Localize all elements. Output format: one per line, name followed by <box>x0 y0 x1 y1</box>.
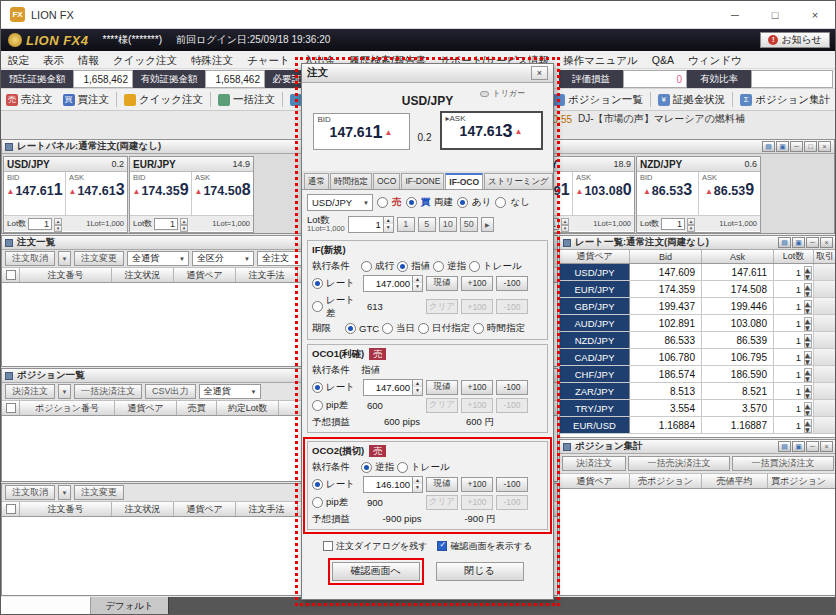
tab-if-done[interactable]: IF-DONE <box>401 173 444 189</box>
trade-cell[interactable] <box>814 332 836 348</box>
minimize-button[interactable]: ─ <box>715 1 755 29</box>
lot-input[interactable]: 1 <box>661 218 685 230</box>
pair-cell[interactable]: EUR/JPY <box>560 281 630 297</box>
maximize-icon[interactable]: □ <box>804 141 817 152</box>
menu-item[interactable]: 情報 <box>71 51 106 69</box>
lot-spinner[interactable]: ▴▾ <box>804 419 812 431</box>
minus-100-button-disabled[interactable]: -100 <box>496 299 528 314</box>
lot-preset-more-button[interactable]: ▶ <box>481 217 494 232</box>
settings-icon[interactable]: ▤ <box>778 441 791 452</box>
pair-cell[interactable]: GBP/JPY <box>560 298 630 314</box>
trade-cell[interactable] <box>814 281 836 297</box>
minus-100-button[interactable]: -100 <box>496 477 528 492</box>
dialog-close-button[interactable]: × <box>531 66 548 80</box>
bid-cell[interactable]: 8.513 <box>630 383 702 399</box>
close-icon[interactable]: × <box>820 237 833 248</box>
radio-trail[interactable] <box>397 462 408 473</box>
settings-icon[interactable]: ▤ <box>762 141 775 152</box>
close-order-dropdown[interactable]: ▼ <box>58 384 71 399</box>
ask-cell[interactable]: 186.590 <box>702 366 774 382</box>
trade-cell[interactable] <box>814 298 836 314</box>
minimize-icon[interactable]: ─ <box>806 441 819 452</box>
clear-button[interactable]: クリア <box>426 495 458 510</box>
menu-item[interactable]: 特殊注文 <box>184 51 240 69</box>
lot-spinner[interactable]: ▴▾ <box>804 283 812 295</box>
lot-spinner[interactable]: ▲▼ <box>383 217 393 232</box>
radio-hedge-no[interactable] <box>495 197 506 208</box>
trade-cell[interactable] <box>814 366 836 382</box>
dialog-close-button-bottom[interactable]: 閉じる <box>436 562 524 581</box>
radio-rate-diff[interactable] <box>312 301 323 312</box>
radio-gtc[interactable] <box>345 323 356 334</box>
close-button[interactable]: × <box>795 1 835 29</box>
if-rate-input[interactable]: 147.000▲▼ <box>363 275 423 292</box>
tab-if-oco[interactable]: IF-OCO <box>445 173 483 189</box>
trade-cell[interactable] <box>814 417 836 433</box>
pair-filter-select[interactable]: 全通貨▼ <box>199 384 261 399</box>
order-modify-button[interactable]: 注文変更 <box>74 485 124 500</box>
minus-100-button[interactable]: -100 <box>496 380 528 395</box>
pair-cell[interactable]: CHF/JPY <box>560 366 630 382</box>
ask-button[interactable]: ASK ▲86.539 <box>698 172 760 215</box>
maximize-button[interactable]: □ <box>755 1 795 29</box>
lot-cell[interactable]: 1▴▾ <box>774 332 814 348</box>
ask-button[interactable]: ASK ▲174.508 <box>191 172 253 215</box>
settings-icon[interactable]: ▤ <box>778 237 791 248</box>
order-cancel-button[interactable]: 注文取消 <box>5 485 55 500</box>
minus-100-button-disabled[interactable]: -100 <box>496 398 528 413</box>
lot-input[interactable]: 1 <box>154 218 178 230</box>
pair-cell[interactable]: CAD/JPY <box>560 349 630 365</box>
radio-limit[interactable] <box>397 261 408 272</box>
dialog-bid-button[interactable]: BID 147.611▲ <box>313 113 410 150</box>
tab-time[interactable]: 時間指定 <box>330 173 372 189</box>
ask-cell[interactable]: 1.16887 <box>702 417 774 433</box>
pair-cell[interactable]: USD/JPY <box>560 264 630 280</box>
pair-cell[interactable]: NZD/JPY <box>560 332 630 348</box>
select-all-checkbox-cell[interactable] <box>2 268 20 282</box>
close-order-button[interactable]: 決済注文 <box>5 384 55 399</box>
current-rate-button[interactable]: 現値 <box>426 477 458 492</box>
bid-cell[interactable]: 174.359 <box>630 281 702 297</box>
lot-cell[interactable]: 1▴▾ <box>774 315 814 331</box>
lot-cell[interactable]: 1▴▾ <box>774 366 814 382</box>
lot-preset-button[interactable]: 5 <box>418 217 436 232</box>
radio-rate[interactable] <box>312 382 323 393</box>
lot-cell[interactable]: 1▴▾ <box>774 349 814 365</box>
popout-icon[interactable]: ▣ <box>792 237 805 248</box>
checkbox-unchecked[interactable] <box>323 541 333 551</box>
csv-export-button[interactable]: CSV出力 <box>145 384 196 399</box>
menu-item[interactable]: クイック注文 <box>106 51 184 69</box>
menu-item[interactable]: 操作マニュアル <box>556 51 645 69</box>
popout-icon[interactable]: ▣ <box>792 441 805 452</box>
ask-button[interactable]: ASK ▲147.613 <box>65 172 127 215</box>
minus-100-button-disabled[interactable]: -100 <box>496 495 528 510</box>
lot-spinner[interactable]: ▴▾ <box>561 218 569 230</box>
radio-pip-diff[interactable] <box>312 497 323 508</box>
bid-cell[interactable]: 86.533 <box>630 332 702 348</box>
workspace-tab-default[interactable]: デフォルト <box>91 597 169 614</box>
pair-cell[interactable]: TRY/JPY <box>560 400 630 416</box>
minus-100-button[interactable]: -100 <box>496 276 528 291</box>
clear-button[interactable]: クリア <box>426 299 458 314</box>
ask-button[interactable]: ASK ▲103.080 <box>572 172 634 215</box>
current-rate-button[interactable]: 現値 <box>426 380 458 395</box>
bid-cell[interactable]: 199.437 <box>630 298 702 314</box>
plus-100-button[interactable]: +100 <box>461 477 493 492</box>
order-modify-button[interactable]: 注文変更 <box>74 251 124 266</box>
trade-cell[interactable] <box>814 349 836 365</box>
show-confirm-checkbox[interactable]: 確認画面を表示する <box>437 540 532 553</box>
ask-cell[interactable]: 8.521 <box>702 383 774 399</box>
ask-cell[interactable]: 103.080 <box>702 315 774 331</box>
checkbox[interactable] <box>6 403 16 413</box>
radio-pip-diff[interactable] <box>312 400 323 411</box>
toolbar-buy-order[interactable]: 買買注文 <box>58 89 115 111</box>
toolbar-position-list[interactable]: ポジション一覧 <box>548 89 648 111</box>
trade-cell[interactable] <box>814 383 836 399</box>
order-cancel-dropdown[interactable]: ▼ <box>58 251 71 266</box>
bid-cell[interactable]: 1.16884 <box>630 417 702 433</box>
ask-cell[interactable]: 106.795 <box>702 349 774 365</box>
dialog-ask-button[interactable]: ▸ASK 147.613▲ <box>440 111 543 150</box>
lot-preset-button[interactable]: 1 <box>397 217 415 232</box>
toolbar-position-summary[interactable]: Σポジション集計 <box>735 89 835 111</box>
close-order-button[interactable]: 決済注文 <box>562 456 626 471</box>
